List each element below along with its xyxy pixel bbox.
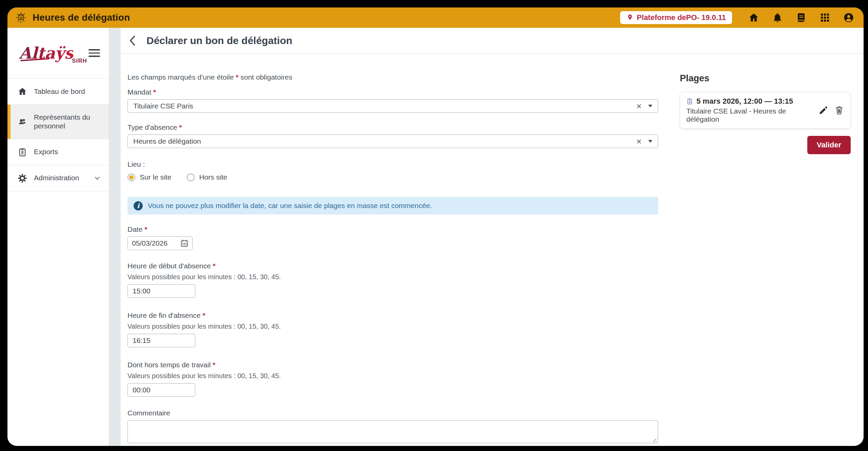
sidebar-item-label: Exports bbox=[34, 147, 58, 156]
date-field-group: Date * bbox=[127, 225, 658, 250]
type-absence-select[interactable]: Heures de délégation bbox=[127, 135, 658, 148]
radio-unselected-icon[interactable] bbox=[187, 173, 195, 181]
required-fields-note: Les champs marqués d'une étoile * sont o… bbox=[127, 73, 658, 81]
calendar-icon[interactable] bbox=[180, 239, 189, 248]
sidebar-item-representants-du-personnel[interactable]: Représentants du personnel bbox=[7, 105, 109, 139]
notifications-bell-icon[interactable] bbox=[772, 12, 783, 23]
required-star: * bbox=[213, 262, 216, 270]
delete-trash-icon[interactable] bbox=[834, 105, 844, 115]
start-time-input[interactable] bbox=[127, 284, 195, 298]
home-icon[interactable] bbox=[748, 12, 759, 23]
plage-period: 5 mars 2026, 12:00 — 13:15 bbox=[696, 97, 793, 106]
comment-label: Commentaire bbox=[127, 409, 658, 417]
date-label: Date * bbox=[127, 225, 658, 233]
dropdown-arrow-icon[interactable] bbox=[648, 105, 652, 107]
home-icon bbox=[18, 87, 27, 96]
info-alert-message: Vous ne pouvez plus modifier la date, ca… bbox=[148, 202, 432, 210]
svg-text:15: 15 bbox=[19, 16, 23, 19]
apps-grid-icon[interactable] bbox=[820, 12, 830, 23]
mandat-label-text: Mandat bbox=[127, 88, 151, 96]
mandat-label: Mandat * bbox=[127, 88, 658, 96]
chevron-down-icon bbox=[94, 175, 101, 182]
sidebar: AltaÿsSIRH Tableau de bord bbox=[7, 28, 109, 446]
clear-icon[interactable] bbox=[636, 104, 642, 109]
chevron-left-icon bbox=[128, 35, 137, 46]
radio-label: Sur le site bbox=[140, 173, 171, 181]
lieu-label: Lieu : bbox=[127, 160, 658, 168]
end-time-label: Heure de fin d'absence * bbox=[127, 311, 658, 320]
sidebar-nav: Tableau de bord Représentants du personn… bbox=[7, 79, 109, 191]
platform-version-badge[interactable]: Plateforme dePO- 19.0.11 bbox=[620, 11, 732, 24]
type-absence-label: Type d'absence * bbox=[127, 123, 658, 131]
off-work-time-helper: Valeurs possibles pour les minutes : 00,… bbox=[127, 372, 658, 380]
off-work-time-field-group: Dont hors temps de travail * Valeurs pos… bbox=[127, 361, 658, 397]
sidebar-item-label: Tableau de bord bbox=[34, 87, 85, 96]
required-note-suffix: sont obligatoires bbox=[240, 73, 292, 81]
plages-panel: Plages 5 ma bbox=[680, 73, 864, 446]
off-work-time-label: Dont hors temps de travail * bbox=[127, 361, 658, 369]
end-time-label-text: Heure de fin d'absence bbox=[127, 311, 200, 319]
mandat-select[interactable]: Titulaire CSE Paris bbox=[127, 99, 658, 113]
sidebar-item-label: Administration bbox=[34, 173, 79, 182]
info-alert: i Vous ne pouvez plus modifier la date, … bbox=[127, 197, 658, 214]
validate-button[interactable]: Valider bbox=[807, 136, 851, 154]
required-star: * bbox=[179, 123, 182, 131]
page-header: Déclarer un bon de délégation bbox=[121, 28, 864, 54]
required-star: * bbox=[236, 73, 238, 81]
plage-card: 5 mars 2026, 12:00 — 13:15 Titulaire CSE… bbox=[680, 92, 851, 128]
date-input-wrapper bbox=[127, 237, 193, 250]
radio-sur-le-site[interactable]: Sur le site bbox=[127, 173, 171, 181]
sidebar-item-administration[interactable]: Administration bbox=[7, 165, 109, 191]
documentation-book-icon[interactable] bbox=[796, 12, 807, 23]
end-time-input[interactable] bbox=[127, 334, 195, 347]
altays-logo: AltaÿsSIRH bbox=[19, 45, 88, 61]
type-absence-selected-value: Heures de délégation bbox=[133, 137, 636, 145]
location-pin-icon bbox=[626, 14, 634, 21]
sidebar-item-label: Représentants du personnel bbox=[34, 113, 101, 131]
date-label-text: Date bbox=[127, 225, 142, 233]
radio-label: Hors site bbox=[199, 173, 227, 181]
app-title: Heures de délégation bbox=[33, 12, 130, 23]
plage-details: Titulaire CSE Laval - Heures de délégati… bbox=[686, 107, 814, 123]
dropdown-arrow-icon[interactable] bbox=[648, 140, 652, 143]
clear-icon[interactable] bbox=[636, 139, 642, 144]
type-absence-field-group: Type d'absence * Heures de délégation bbox=[127, 123, 658, 148]
app-calendar-icon: 15 bbox=[16, 12, 26, 23]
mandat-selected-value: Titulaire CSE Paris bbox=[133, 102, 636, 110]
off-work-time-label-text: Dont hors temps de travail bbox=[127, 361, 211, 369]
start-time-label: Heure de début d'absence * bbox=[127, 262, 658, 270]
start-time-label-text: Heure de début d'absence bbox=[127, 262, 211, 270]
comment-textarea[interactable] bbox=[127, 420, 658, 443]
plage-clipboard-icon bbox=[686, 98, 693, 105]
info-icon: i bbox=[134, 201, 143, 210]
off-work-time-input[interactable] bbox=[127, 383, 195, 397]
end-time-helper: Valeurs possibles pour les minutes : 00,… bbox=[127, 323, 658, 330]
people-icon bbox=[18, 117, 27, 126]
clipboard-icon bbox=[18, 147, 27, 157]
start-time-helper: Valeurs possibles pour les minutes : 00,… bbox=[127, 273, 658, 281]
platform-version-label: Plateforme dePO- 19.0.11 bbox=[637, 13, 726, 22]
radio-selected-icon[interactable] bbox=[127, 173, 135, 181]
end-time-field-group: Heure de fin d'absence * Valeurs possibl… bbox=[127, 311, 658, 347]
radio-hors-site[interactable]: Hors site bbox=[187, 173, 227, 181]
required-note-prefix: Les champs marqués d'une étoile bbox=[127, 73, 234, 81]
mandat-field-group: Mandat * Titulaire CSE Paris bbox=[127, 88, 658, 113]
user-account-icon[interactable] bbox=[843, 12, 854, 23]
app-window: 15 Heures de délégation Plateforme dePO-… bbox=[7, 7, 864, 446]
comment-field-group: Commentaire bbox=[127, 409, 658, 445]
topbar: 15 Heures de délégation Plateforme dePO-… bbox=[7, 7, 864, 28]
sidebar-item-tableau-de-bord[interactable]: Tableau de bord bbox=[7, 79, 109, 105]
required-star: * bbox=[202, 311, 205, 319]
required-star: * bbox=[153, 88, 156, 96]
sidebar-item-exports[interactable]: Exports bbox=[7, 139, 109, 165]
sidebar-collapse-button[interactable] bbox=[88, 49, 100, 57]
date-input[interactable] bbox=[132, 239, 176, 247]
edit-pencil-icon[interactable] bbox=[818, 105, 829, 115]
start-time-field-group: Heure de début d'absence * Valeurs possi… bbox=[127, 262, 658, 298]
type-absence-label-text: Type d'absence bbox=[127, 123, 177, 131]
main-panel: Déclarer un bon de délégation Les champs… bbox=[121, 28, 864, 446]
plages-title: Plages bbox=[680, 73, 851, 84]
logo-subtext: SIRH bbox=[72, 58, 87, 64]
back-button[interactable] bbox=[127, 35, 138, 46]
gear-icon bbox=[18, 173, 27, 183]
